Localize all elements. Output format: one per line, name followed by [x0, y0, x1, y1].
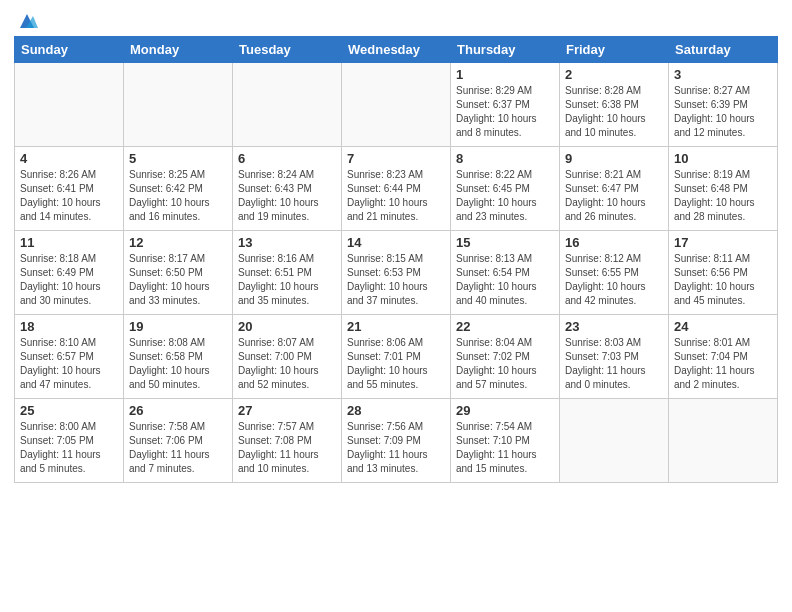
day-info: Sunrise: 8:19 AM Sunset: 6:48 PM Dayligh…	[674, 168, 772, 224]
day-info: Sunrise: 8:29 AM Sunset: 6:37 PM Dayligh…	[456, 84, 554, 140]
calendar-cell: 7Sunrise: 8:23 AM Sunset: 6:44 PM Daylig…	[342, 147, 451, 231]
calendar-cell: 10Sunrise: 8:19 AM Sunset: 6:48 PM Dayli…	[669, 147, 778, 231]
col-header-saturday: Saturday	[669, 37, 778, 63]
day-number: 9	[565, 151, 663, 166]
col-header-sunday: Sunday	[15, 37, 124, 63]
day-info: Sunrise: 8:03 AM Sunset: 7:03 PM Dayligh…	[565, 336, 663, 392]
day-number: 7	[347, 151, 445, 166]
day-number: 6	[238, 151, 336, 166]
calendar-cell: 8Sunrise: 8:22 AM Sunset: 6:45 PM Daylig…	[451, 147, 560, 231]
calendar-cell: 3Sunrise: 8:27 AM Sunset: 6:39 PM Daylig…	[669, 63, 778, 147]
day-info: Sunrise: 8:11 AM Sunset: 6:56 PM Dayligh…	[674, 252, 772, 308]
col-header-friday: Friday	[560, 37, 669, 63]
day-number: 17	[674, 235, 772, 250]
calendar-cell: 20Sunrise: 8:07 AM Sunset: 7:00 PM Dayli…	[233, 315, 342, 399]
day-number: 23	[565, 319, 663, 334]
day-number: 28	[347, 403, 445, 418]
calendar-cell	[669, 399, 778, 483]
day-info: Sunrise: 8:07 AM Sunset: 7:00 PM Dayligh…	[238, 336, 336, 392]
day-number: 12	[129, 235, 227, 250]
day-info: Sunrise: 8:18 AM Sunset: 6:49 PM Dayligh…	[20, 252, 118, 308]
day-info: Sunrise: 7:56 AM Sunset: 7:09 PM Dayligh…	[347, 420, 445, 476]
calendar-cell	[15, 63, 124, 147]
calendar-cell: 5Sunrise: 8:25 AM Sunset: 6:42 PM Daylig…	[124, 147, 233, 231]
calendar-cell: 21Sunrise: 8:06 AM Sunset: 7:01 PM Dayli…	[342, 315, 451, 399]
calendar-cell: 2Sunrise: 8:28 AM Sunset: 6:38 PM Daylig…	[560, 63, 669, 147]
day-number: 10	[674, 151, 772, 166]
logo-icon	[16, 10, 38, 32]
calendar-cell	[560, 399, 669, 483]
calendar-cell: 11Sunrise: 8:18 AM Sunset: 6:49 PM Dayli…	[15, 231, 124, 315]
calendar-cell: 23Sunrise: 8:03 AM Sunset: 7:03 PM Dayli…	[560, 315, 669, 399]
day-info: Sunrise: 8:24 AM Sunset: 6:43 PM Dayligh…	[238, 168, 336, 224]
calendar-cell: 29Sunrise: 7:54 AM Sunset: 7:10 PM Dayli…	[451, 399, 560, 483]
day-number: 15	[456, 235, 554, 250]
day-number: 18	[20, 319, 118, 334]
day-number: 25	[20, 403, 118, 418]
calendar-cell: 22Sunrise: 8:04 AM Sunset: 7:02 PM Dayli…	[451, 315, 560, 399]
day-info: Sunrise: 7:54 AM Sunset: 7:10 PM Dayligh…	[456, 420, 554, 476]
calendar-cell	[124, 63, 233, 147]
day-info: Sunrise: 8:27 AM Sunset: 6:39 PM Dayligh…	[674, 84, 772, 140]
calendar-cell: 16Sunrise: 8:12 AM Sunset: 6:55 PM Dayli…	[560, 231, 669, 315]
day-info: Sunrise: 8:12 AM Sunset: 6:55 PM Dayligh…	[565, 252, 663, 308]
day-info: Sunrise: 8:23 AM Sunset: 6:44 PM Dayligh…	[347, 168, 445, 224]
calendar-cell: 27Sunrise: 7:57 AM Sunset: 7:08 PM Dayli…	[233, 399, 342, 483]
col-header-thursday: Thursday	[451, 37, 560, 63]
week-row-3: 18Sunrise: 8:10 AM Sunset: 6:57 PM Dayli…	[15, 315, 778, 399]
day-number: 20	[238, 319, 336, 334]
day-number: 3	[674, 67, 772, 82]
calendar-cell: 17Sunrise: 8:11 AM Sunset: 6:56 PM Dayli…	[669, 231, 778, 315]
week-row-4: 25Sunrise: 8:00 AM Sunset: 7:05 PM Dayli…	[15, 399, 778, 483]
day-number: 16	[565, 235, 663, 250]
calendar-cell: 24Sunrise: 8:01 AM Sunset: 7:04 PM Dayli…	[669, 315, 778, 399]
col-header-monday: Monday	[124, 37, 233, 63]
day-info: Sunrise: 8:08 AM Sunset: 6:58 PM Dayligh…	[129, 336, 227, 392]
week-row-2: 11Sunrise: 8:18 AM Sunset: 6:49 PM Dayli…	[15, 231, 778, 315]
calendar-cell: 14Sunrise: 8:15 AM Sunset: 6:53 PM Dayli…	[342, 231, 451, 315]
day-number: 11	[20, 235, 118, 250]
day-info: Sunrise: 8:17 AM Sunset: 6:50 PM Dayligh…	[129, 252, 227, 308]
calendar-cell: 12Sunrise: 8:17 AM Sunset: 6:50 PM Dayli…	[124, 231, 233, 315]
day-number: 26	[129, 403, 227, 418]
calendar-cell: 13Sunrise: 8:16 AM Sunset: 6:51 PM Dayli…	[233, 231, 342, 315]
week-row-1: 4Sunrise: 8:26 AM Sunset: 6:41 PM Daylig…	[15, 147, 778, 231]
col-header-tuesday: Tuesday	[233, 37, 342, 63]
day-number: 2	[565, 67, 663, 82]
day-info: Sunrise: 8:00 AM Sunset: 7:05 PM Dayligh…	[20, 420, 118, 476]
day-info: Sunrise: 8:13 AM Sunset: 6:54 PM Dayligh…	[456, 252, 554, 308]
day-number: 5	[129, 151, 227, 166]
day-info: Sunrise: 7:57 AM Sunset: 7:08 PM Dayligh…	[238, 420, 336, 476]
day-info: Sunrise: 8:16 AM Sunset: 6:51 PM Dayligh…	[238, 252, 336, 308]
day-info: Sunrise: 8:10 AM Sunset: 6:57 PM Dayligh…	[20, 336, 118, 392]
calendar-cell: 6Sunrise: 8:24 AM Sunset: 6:43 PM Daylig…	[233, 147, 342, 231]
day-info: Sunrise: 8:26 AM Sunset: 6:41 PM Dayligh…	[20, 168, 118, 224]
day-info: Sunrise: 8:06 AM Sunset: 7:01 PM Dayligh…	[347, 336, 445, 392]
calendar-cell: 4Sunrise: 8:26 AM Sunset: 6:41 PM Daylig…	[15, 147, 124, 231]
day-number: 19	[129, 319, 227, 334]
day-info: Sunrise: 8:21 AM Sunset: 6:47 PM Dayligh…	[565, 168, 663, 224]
day-number: 21	[347, 319, 445, 334]
col-header-wednesday: Wednesday	[342, 37, 451, 63]
calendar-header-row: SundayMondayTuesdayWednesdayThursdayFrid…	[15, 37, 778, 63]
day-number: 29	[456, 403, 554, 418]
page-container: SundayMondayTuesdayWednesdayThursdayFrid…	[0, 0, 792, 493]
day-info: Sunrise: 7:58 AM Sunset: 7:06 PM Dayligh…	[129, 420, 227, 476]
day-number: 1	[456, 67, 554, 82]
calendar-cell: 18Sunrise: 8:10 AM Sunset: 6:57 PM Dayli…	[15, 315, 124, 399]
day-info: Sunrise: 8:25 AM Sunset: 6:42 PM Dayligh…	[129, 168, 227, 224]
day-info: Sunrise: 8:15 AM Sunset: 6:53 PM Dayligh…	[347, 252, 445, 308]
day-number: 8	[456, 151, 554, 166]
day-number: 4	[20, 151, 118, 166]
calendar-cell: 15Sunrise: 8:13 AM Sunset: 6:54 PM Dayli…	[451, 231, 560, 315]
week-row-0: 1Sunrise: 8:29 AM Sunset: 6:37 PM Daylig…	[15, 63, 778, 147]
day-number: 22	[456, 319, 554, 334]
calendar-cell: 26Sunrise: 7:58 AM Sunset: 7:06 PM Dayli…	[124, 399, 233, 483]
day-number: 27	[238, 403, 336, 418]
calendar-cell	[233, 63, 342, 147]
day-number: 13	[238, 235, 336, 250]
calendar-cell: 28Sunrise: 7:56 AM Sunset: 7:09 PM Dayli…	[342, 399, 451, 483]
calendar: SundayMondayTuesdayWednesdayThursdayFrid…	[14, 36, 778, 483]
day-info: Sunrise: 8:22 AM Sunset: 6:45 PM Dayligh…	[456, 168, 554, 224]
calendar-cell: 19Sunrise: 8:08 AM Sunset: 6:58 PM Dayli…	[124, 315, 233, 399]
